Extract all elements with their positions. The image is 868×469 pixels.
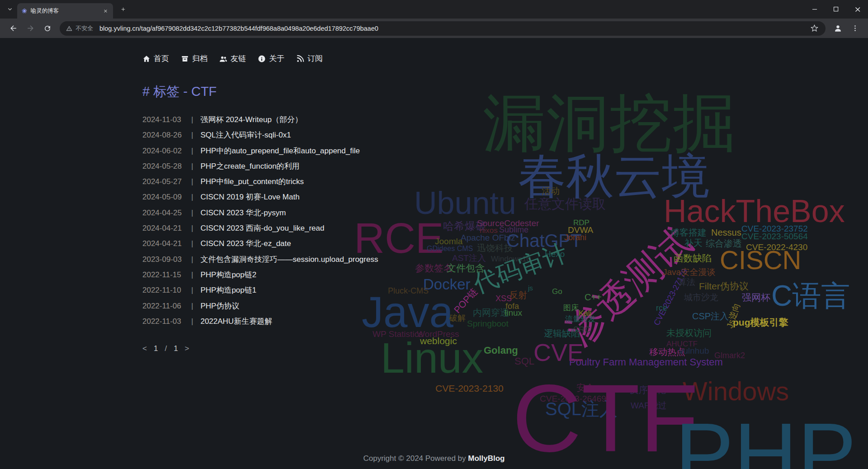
maximize-icon [834, 7, 839, 12]
post-row: 2024-05-27|PHP中file_put_content的tricks [142, 176, 868, 192]
total-pages: 1 [174, 344, 178, 353]
nav-item-info[interactable]: 关于 [258, 53, 284, 64]
post-separator: | [191, 147, 193, 156]
post-title-link[interactable]: CISCN 2023 华北-pysym [200, 208, 286, 218]
post-title-link[interactable]: PHP之create_function的利用 [200, 161, 299, 171]
post-separator: | [191, 208, 193, 218]
users-icon [219, 55, 227, 63]
post-title-link[interactable]: CISCN 2023 华北-ez_date [200, 238, 291, 249]
security-label: 不安全 [75, 24, 93, 33]
menu-button[interactable] [848, 21, 862, 36]
close-icon [103, 9, 108, 14]
post-title-link[interactable]: CISCN 2023 西南-do_you_like_read [200, 223, 324, 233]
kebab-menu-icon [851, 24, 859, 32]
nav-item-archive[interactable]: 归档 [181, 53, 208, 64]
bookmark-button[interactable] [807, 21, 821, 36]
post-title-link[interactable]: SQL注入代码审计-sqli-0x1 [200, 130, 291, 140]
post-title-link[interactable]: PHP中的auto_prepend_file和auto_append_file [200, 146, 360, 156]
post-title-link[interactable]: PHP中file_put_content的tricks [200, 176, 304, 187]
reload-button[interactable] [40, 21, 55, 36]
archive-icon [181, 55, 189, 63]
next-page-button[interactable]: > [185, 344, 189, 353]
plus-icon [120, 6, 126, 12]
browser-tab-bar: ❀ 喻灵的博客 [0, 0, 868, 19]
wordcloud-word: SQL [514, 356, 534, 366]
post-list: 2024-11-03|强网杯 2024-Writeup（部分）2024-08-2… [142, 114, 868, 332]
post-date: 2024-08-26 [142, 131, 187, 140]
nav-item-label: 首页 [154, 53, 169, 64]
post-row: 2022-11-03|2022AHU新生赛题解 [142, 316, 868, 332]
post-row: 2024-05-09|CISCN 2019 初赛-Love Math [142, 192, 868, 207]
security-chip[interactable]: 不安全 [66, 24, 93, 33]
tab-search-button[interactable] [4, 3, 16, 16]
page-title: # 标签 - CTF [142, 83, 868, 101]
nav-item-label: 归档 [192, 53, 208, 64]
post-date: 2024-05-27 [142, 177, 187, 186]
post-separator: | [191, 286, 193, 295]
back-button[interactable] [6, 21, 20, 36]
new-tab-button[interactable] [117, 3, 129, 16]
post-separator: | [191, 270, 193, 280]
post-row: 2024-04-25|CISCN 2023 华北-pysym [142, 208, 868, 223]
minimize-icon [812, 7, 817, 12]
nav-item-home[interactable]: 首页 [142, 53, 169, 64]
maximize-button[interactable] [826, 0, 847, 19]
post-separator: | [191, 239, 193, 248]
nav-item-users[interactable]: 友链 [219, 53, 246, 64]
reload-icon [43, 24, 52, 33]
url-text: blog.yvling.cn/tag/af9679082dd342c2c12b7… [99, 25, 378, 32]
nav-item-label: 友链 [231, 53, 246, 64]
star-icon [811, 24, 818, 32]
nav-item-label: 订阅 [307, 53, 323, 64]
nav-item-rss[interactable]: 订阅 [296, 53, 323, 64]
post-title-link[interactable]: PHP构造pop链2 [200, 270, 256, 280]
copyright-text: Copyright © 2024 Powered by [363, 454, 466, 463]
wordcloud-word: Windows [683, 378, 789, 404]
nav-menu: 首页归档友链关于订阅 [142, 38, 323, 64]
profile-button[interactable] [830, 21, 845, 36]
forward-arrow-icon [26, 24, 35, 33]
post-date: 2024-04-21 [142, 224, 187, 233]
post-date: 2024-04-21 [142, 239, 187, 248]
post-row: 2024-08-26|SQL注入代码审计-sqli-0x1 [142, 130, 868, 145]
post-separator: | [191, 302, 193, 311]
post-row: 2022-11-10|PHP构造pop链1 [142, 285, 868, 300]
close-icon [855, 7, 860, 12]
main-content: 首页归档友链关于订阅 # 标签 - CTF 2024-11-03|强网杯 202… [0, 38, 868, 353]
post-date: 2022-11-10 [142, 286, 187, 295]
warning-triangle-icon [66, 25, 72, 32]
post-title-link[interactable]: 2022AHU新生赛题解 [200, 316, 272, 327]
footer: Copyright © 2024 Powered by MollyBlog [0, 454, 868, 463]
minimize-button[interactable] [804, 0, 826, 19]
blog-page: 漏洞挖掘春秋云境活动任意文件读取UbuntuHackTheBoxRCE哈希爆破S… [0, 38, 868, 469]
chevron-down-icon [7, 7, 13, 12]
post-date: 2022-11-06 [142, 302, 187, 311]
forward-button[interactable] [23, 21, 38, 36]
wordcloud-word: CVE-2023-2130 [435, 384, 504, 393]
post-row: 2024-06-02|PHP中的auto_prepend_file和auto_a… [142, 146, 868, 161]
address-bar[interactable]: 不安全 blog.yvling.cn/tag/af9679082dd342c2c… [60, 21, 826, 36]
post-title-link[interactable]: 文件包含漏洞奇技淫巧——session.upload_progress [200, 254, 378, 265]
post-row: 2022-11-15|PHP构造pop链2 [142, 270, 868, 285]
avatar-icon [834, 24, 842, 33]
post-row: 2023-09-03|文件包含漏洞奇技淫巧——session.upload_pr… [142, 254, 868, 270]
post-separator: | [191, 255, 193, 264]
rss-icon [296, 55, 304, 63]
current-page: 1 [154, 344, 158, 353]
pagination: < 1 / 1 > [142, 344, 868, 353]
tab-close-button[interactable] [101, 7, 109, 15]
browser-tab[interactable]: ❀ 喻灵的博客 [17, 3, 113, 19]
browser-toolbar: 不安全 blog.yvling.cn/tag/af9679082dd342c2c… [0, 19, 868, 38]
post-title-link[interactable]: PHP伪协议 [200, 301, 239, 311]
wordcloud-word: CTF [512, 370, 698, 466]
close-window-button[interactable] [847, 0, 868, 19]
blog-engine-link[interactable]: MollyBlog [468, 454, 505, 463]
post-title-link[interactable]: PHP构造pop链1 [200, 285, 256, 295]
post-separator: | [191, 115, 193, 124]
window-controls [804, 0, 868, 19]
post-title-link[interactable]: 强网杯 2024-Writeup（部分） [200, 114, 302, 125]
post-title-link[interactable]: CISCN 2019 初赛-Love Math [200, 192, 299, 202]
prev-page-button[interactable]: < [142, 344, 147, 353]
post-date: 2024-05-28 [142, 162, 187, 171]
post-separator: | [191, 177, 193, 186]
